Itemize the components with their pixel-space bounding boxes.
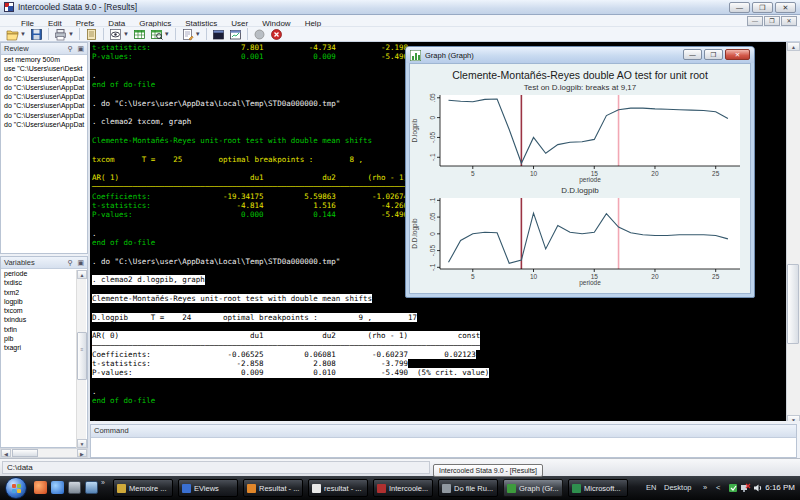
task-button-icon bbox=[247, 484, 256, 493]
variable-item[interactable]: txagri bbox=[1, 343, 77, 352]
mdi-restore-button[interactable]: ❐ bbox=[764, 16, 780, 26]
quicklaunch-launcher-icon[interactable] bbox=[34, 481, 47, 494]
scrollbar-thumb[interactable]: ≡ bbox=[77, 332, 87, 380]
command-pane-titlebar[interactable]: Command bbox=[91, 425, 796, 438]
desktop-toolbar-label[interactable]: Desktop bbox=[664, 483, 692, 492]
task-button-memoire[interactable]: Memoire ... bbox=[113, 479, 173, 497]
open-button[interactable]: ▼ bbox=[4, 27, 28, 41]
variables-scrollbar[interactable]: ▲ ≡ ▼ bbox=[76, 270, 86, 448]
scroll-up-icon[interactable]: ▲ bbox=[77, 270, 87, 279]
pin-icon[interactable]: ⚲ bbox=[68, 259, 73, 267]
graph-close-button[interactable]: ✕ bbox=[725, 49, 750, 60]
tray-safely-remove-icon[interactable] bbox=[728, 483, 738, 493]
dropdown-arrow-icon[interactable]: ▼ bbox=[68, 31, 74, 37]
variable-item[interactable]: txfin bbox=[1, 325, 77, 334]
toolbar: ▼▼▼▼▼ bbox=[0, 27, 800, 42]
panel-close-icon[interactable]: ▣ bbox=[77, 45, 84, 53]
do-file-editor-button[interactable]: ▼ bbox=[179, 27, 203, 41]
task-button-do-file-ru[interactable]: Do file Ru... bbox=[438, 479, 498, 497]
review-item[interactable]: do "C:\Users\user\AppDat bbox=[1, 111, 87, 120]
review-item[interactable]: do "C:\Users\user\AppDat bbox=[1, 101, 87, 110]
task-button-microsoft[interactable]: Microsoft... bbox=[568, 479, 628, 497]
task-button-eviews[interactable]: EViews bbox=[178, 479, 238, 497]
variable-item[interactable]: txcom bbox=[1, 306, 77, 315]
results-line: ────────────────────────────────────────… bbox=[92, 341, 480, 350]
panel-close-icon[interactable]: ▣ bbox=[77, 259, 84, 267]
review-item[interactable]: do "C:\Users\user\AppDat bbox=[1, 83, 87, 92]
svg-text:25: 25 bbox=[712, 273, 720, 280]
task-button-intercoole[interactable]: Intercoole... bbox=[373, 479, 433, 497]
review-item[interactable]: set memory 500m bbox=[1, 55, 87, 64]
task-button-icon bbox=[507, 484, 516, 493]
variable-item[interactable]: periode bbox=[1, 269, 77, 278]
svg-text:D.logpib: D.logpib bbox=[411, 118, 419, 142]
task-button-resultat[interactable]: resultat - ... bbox=[308, 479, 368, 497]
data-browser-button[interactable]: ▼ bbox=[148, 27, 172, 41]
dock-horizontal-scrollbar[interactable]: ◀ ▶ bbox=[0, 448, 88, 458]
start-button[interactable] bbox=[5, 477, 27, 499]
clear-more-button[interactable] bbox=[251, 27, 268, 41]
command-input[interactable] bbox=[91, 438, 796, 457]
task-button-graph-gr[interactable]: Graph (Gr... bbox=[503, 479, 563, 497]
results-line bbox=[92, 378, 786, 387]
dropdown-arrow-icon[interactable]: ▼ bbox=[164, 31, 170, 37]
review-item[interactable]: do "C:\Users\user\AppDat bbox=[1, 120, 87, 129]
mdi-close-button[interactable]: ✕ bbox=[781, 16, 797, 26]
variable-item[interactable]: pib bbox=[1, 334, 77, 343]
variable-item[interactable]: logpib bbox=[1, 297, 77, 306]
graph-window-button[interactable] bbox=[227, 27, 244, 41]
review-item[interactable]: do "C:\Users\user\AppDat bbox=[1, 92, 87, 101]
stata-application-window: Intercooled Stata 9.0 - [Results] — ❐ ✕ … bbox=[0, 0, 800, 476]
results-line: AR( 0) du1 du2 (rho - 1) const bbox=[92, 331, 480, 340]
graph-minimize-button[interactable]: — bbox=[683, 49, 702, 60]
results-window-button[interactable] bbox=[210, 27, 227, 41]
dropdown-arrow-icon[interactable]: ▼ bbox=[195, 31, 201, 37]
review-item[interactable]: do "C:\Users\user\AppDat bbox=[1, 74, 87, 83]
results-line: Coefficients: -0.06525 0.06081 -0.60237 … bbox=[92, 350, 476, 359]
viewer-button[interactable]: ▼ bbox=[107, 27, 131, 41]
quicklaunch-browser-icon[interactable] bbox=[51, 481, 64, 494]
show-desktop-icon[interactable] bbox=[68, 481, 81, 494]
scrollbar-thumb[interactable] bbox=[12, 449, 38, 457]
tray-volume-icon[interactable] bbox=[753, 483, 763, 493]
maximize-button[interactable]: ❐ bbox=[752, 2, 773, 13]
desktop-chevron[interactable]: » bbox=[703, 483, 707, 492]
data-editor-button[interactable] bbox=[131, 27, 148, 41]
review-item[interactable]: use "C:\Users\user\Deskt bbox=[1, 64, 87, 73]
dropdown-arrow-icon[interactable]: ▼ bbox=[123, 31, 129, 37]
quicklaunch-overflow-chevron[interactable]: » bbox=[101, 479, 105, 486]
task-button-resultat[interactable]: Resultat - ... bbox=[243, 479, 303, 497]
mdi-minimize-button[interactable]: — bbox=[747, 16, 763, 26]
language-indicator[interactable]: EN bbox=[646, 483, 656, 492]
log-button[interactable] bbox=[83, 27, 100, 41]
scroll-right-icon[interactable]: ▶ bbox=[77, 449, 87, 457]
scrollbar-thumb[interactable] bbox=[787, 264, 799, 344]
scroll-left-icon[interactable]: ◀ bbox=[1, 449, 11, 457]
svg-text:.05: .05 bbox=[429, 93, 436, 102]
print-button[interactable]: ▼ bbox=[52, 27, 76, 41]
tray-network-disconnected-icon[interactable] bbox=[741, 483, 751, 493]
variables-panel: Variables ⚲ ▣ periodetxdisctxm2logpibtxc… bbox=[0, 256, 88, 448]
pin-icon[interactable]: ⚲ bbox=[68, 45, 73, 53]
variables-panel-titlebar[interactable]: Variables ⚲ ▣ bbox=[1, 257, 87, 269]
variable-item[interactable]: txm2 bbox=[1, 288, 77, 297]
close-button[interactable]: ✕ bbox=[775, 2, 796, 13]
minimize-button[interactable]: — bbox=[729, 2, 750, 13]
variable-item[interactable]: txindus bbox=[1, 315, 77, 324]
variable-item[interactable]: txdisc bbox=[1, 278, 77, 287]
graph-maximize-button[interactable]: ❐ bbox=[704, 49, 723, 60]
save-button[interactable] bbox=[28, 27, 45, 41]
window-switcher-icon[interactable] bbox=[85, 481, 98, 494]
menu-bar: FileEditPrefsDataGraphicsStatisticsUserW… bbox=[0, 15, 800, 27]
scroll-down-icon[interactable]: ▼ bbox=[77, 439, 87, 448]
review-panel-titlebar[interactable]: Review ⚲ ▣ bbox=[1, 43, 87, 55]
scroll-up-icon[interactable]: ▲ bbox=[787, 42, 800, 51]
graph-window[interactable]: Graph (Graph) — ❐ ✕ Clemente-Montañés-Re… bbox=[405, 46, 755, 298]
break-button[interactable] bbox=[268, 27, 285, 41]
graph-window-titlebar[interactable]: Graph (Graph) — ❐ ✕ bbox=[406, 47, 754, 63]
stata-app-icon bbox=[4, 2, 14, 12]
dropdown-arrow-icon[interactable]: ▼ bbox=[20, 31, 26, 37]
tray-collapse-chevron[interactable]: < bbox=[716, 483, 720, 492]
task-button-icon bbox=[182, 484, 191, 493]
results-scrollbar[interactable]: ▲ ▼ bbox=[786, 42, 800, 424]
